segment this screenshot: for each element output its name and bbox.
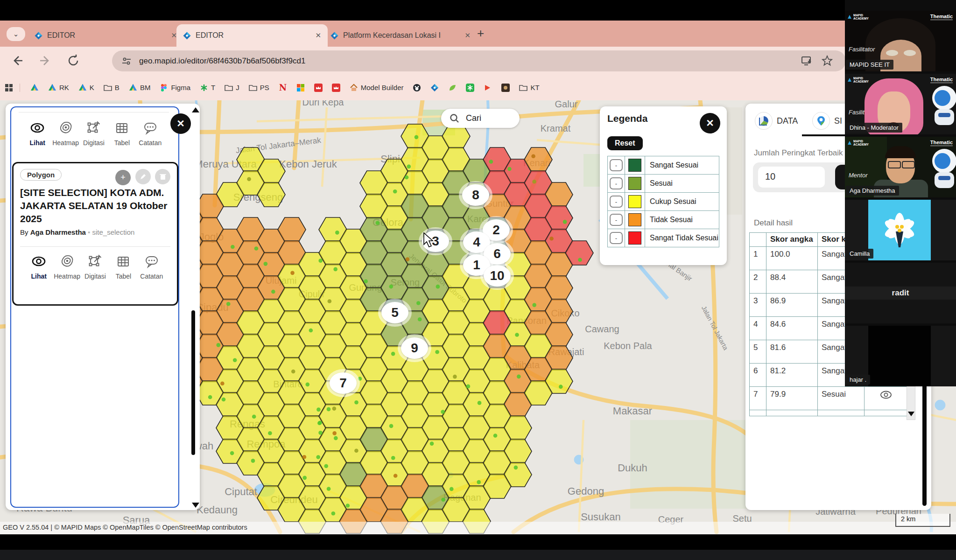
edit-button[interactable] xyxy=(135,169,151,184)
bookmark-label: B xyxy=(115,84,120,91)
tab-title: EDITOR xyxy=(196,31,224,40)
forward-icon[interactable] xyxy=(38,54,52,68)
tool-heatmap[interactable]: Heatmap xyxy=(53,253,81,280)
poi-dot xyxy=(489,160,493,164)
bookmark-github[interactable] xyxy=(413,84,421,92)
bookmark-dark-tile[interactable] xyxy=(501,84,510,92)
tab-editor-2[interactable]: EDITOR ✕ xyxy=(176,24,328,47)
bookmark-b[interactable]: B xyxy=(104,84,120,92)
scroll-down-arrow[interactable] xyxy=(192,503,199,508)
tool-catatan[interactable]: Catatan xyxy=(136,120,164,147)
bookmark-bm[interactable]: BM xyxy=(129,84,151,92)
tab-close-icon[interactable]: ✕ xyxy=(464,31,471,40)
tab-close-icon[interactable]: ✕ xyxy=(315,31,321,40)
video-call-strip: MAPIDACADEMYThematicFasilitatorMAPID SEE… xyxy=(845,0,956,386)
bookmark-model-builder[interactable]: Model Builder xyxy=(350,84,404,92)
bookmark-red-tile[interactable] xyxy=(314,84,323,92)
bookmark-star-icon[interactable] xyxy=(822,55,833,66)
tool-lihat[interactable]: Lihat xyxy=(23,120,51,147)
tool-catatan[interactable]: Catatan xyxy=(138,253,166,280)
rank-marker-7[interactable]: 7 xyxy=(330,372,357,394)
tool-lihat[interactable]: Lihat xyxy=(25,253,53,280)
layer-card-partial[interactable]: LihatHeatmapDigitasiTabelCatatan xyxy=(19,112,169,147)
legend-close-button[interactable]: ✕ xyxy=(700,113,720,133)
bookmark-netflix[interactable]: N xyxy=(279,84,287,92)
legend-label: Cukup Sesuai xyxy=(645,193,719,210)
tab-site-selection[interactable]: SI xyxy=(812,112,842,130)
bookmark-ms-tiles[interactable] xyxy=(296,84,305,92)
back-icon[interactable] xyxy=(10,54,24,68)
bookmark-green-badge[interactable] xyxy=(466,84,474,92)
bookmark-rk[interactable]: RK xyxy=(48,84,69,92)
table-header-cell xyxy=(750,233,766,247)
layer-card-selected[interactable]: Polygon + [SITE SELECTION] KOTA ADM. JAK… xyxy=(12,162,178,306)
tool-heatmap[interactable]: Heatmap xyxy=(51,120,79,147)
eye-icon[interactable] xyxy=(880,393,892,402)
rank-marker-8[interactable]: 8 xyxy=(462,184,489,206)
add-button[interactable]: + xyxy=(115,170,131,185)
rank-marker-10[interactable]: 10 xyxy=(484,265,511,287)
table-scroll-down-arrow[interactable] xyxy=(908,412,914,416)
left-scrollbar-thumb[interactable] xyxy=(191,310,195,455)
bookmark-leaf[interactable] xyxy=(448,84,457,92)
tool-digitasi[interactable]: Digitasi xyxy=(80,120,108,147)
video-tile-aga-dharmestha[interactable]: MAPIDACADEMYThematicMentorAga Dharmestha xyxy=(845,137,956,197)
mapid-logo-icon xyxy=(847,77,852,82)
map-search[interactable]: Cari xyxy=(441,109,520,128)
new-tab-button[interactable]: + xyxy=(477,26,484,41)
map-viewport[interactable]: Duri KepaGalurKramatKenariSlipiKebon Jer… xyxy=(0,100,956,534)
legend-toggle[interactable]: - xyxy=(610,177,623,189)
eye-icon xyxy=(29,120,45,137)
bookmark-red-tile[interactable] xyxy=(332,84,340,92)
video-tile-mapid-see-it[interactable]: MAPIDACADEMYThematicFasilitatorMAPID SEE… xyxy=(845,11,956,71)
video-tile-dhina-moderator[interactable]: MAPIDACADEMYThematicFasilitDhina - Moder… xyxy=(845,74,956,134)
panel-close-button[interactable]: ✕ xyxy=(170,113,191,134)
legend-toggle[interactable]: - xyxy=(610,232,623,244)
bookmark-figma[interactable]: Figma xyxy=(160,84,190,92)
mapid-logo-icon xyxy=(847,140,852,145)
brand-logo: MAPIDACADEMY xyxy=(847,140,869,146)
rank-marker-5[interactable]: 5 xyxy=(381,302,408,323)
legend-row: -Sangat Tidak Sesuai xyxy=(608,229,719,247)
scroll-up-arrow[interactable] xyxy=(192,107,199,112)
legend-row: -Sesuai xyxy=(608,175,719,193)
bookmark-drive[interactable] xyxy=(30,84,39,92)
legend-swatch-cell xyxy=(625,175,645,192)
rank-count-input[interactable]: 10 xyxy=(758,167,825,188)
bookmark-apps-grid[interactable] xyxy=(5,84,20,92)
tab-search-button[interactable]: ⌄ xyxy=(7,27,25,41)
tool-tabel[interactable]: Tabel xyxy=(109,253,137,280)
tool-digitasi[interactable]: Digitasi xyxy=(81,253,109,280)
tool-label: Heatmap xyxy=(52,139,79,147)
folder-icon xyxy=(249,84,257,92)
bookmark-red-arrow[interactable] xyxy=(484,84,492,92)
tool-tabel[interactable]: Tabel xyxy=(108,120,136,147)
bookmark-kt[interactable]: KT xyxy=(519,84,539,92)
participant-name: Aga Dharmestha xyxy=(846,186,899,196)
poi-dot xyxy=(376,221,380,225)
legend-toggle[interactable]: - xyxy=(610,159,623,171)
bookmark-mapid[interactable] xyxy=(430,84,439,92)
tab-editor-1[interactable]: EDITOR ✕ xyxy=(28,24,183,47)
tab-data[interactable]: DATA xyxy=(755,112,798,130)
bookmark-t[interactable]: T xyxy=(200,84,215,92)
bookmark-ps[interactable]: PS xyxy=(249,84,269,92)
delete-button[interactable] xyxy=(155,169,170,184)
bookmark-k[interactable]: K xyxy=(78,84,94,92)
address-bar[interactable]: geo.mapid.io/editor/68f4630b7b6af506bf3f… xyxy=(112,50,846,71)
reload-icon[interactable] xyxy=(66,54,80,68)
rank-marker-9[interactable]: 9 xyxy=(401,337,428,359)
video-tile-hajar-[interactable]: hajar . xyxy=(845,326,956,386)
site-info-icon[interactable] xyxy=(121,56,132,66)
legend-reset-button[interactable]: Reset xyxy=(607,136,643,150)
video-tile-radit[interactable]: radit xyxy=(845,263,956,323)
poi-dot xyxy=(305,383,309,387)
mapid-favicon xyxy=(330,32,338,40)
legend-toggle[interactable]: - xyxy=(610,214,623,226)
video-tile-camilla[interactable]: Camilla xyxy=(845,200,956,260)
legend-toggle[interactable]: - xyxy=(610,196,623,208)
bookmark-j[interactable]: J xyxy=(225,84,239,92)
participant-name: MAPID SEE IT xyxy=(846,60,893,70)
save-to-device-icon[interactable] xyxy=(801,56,813,67)
tab-platform[interactable]: Platform Kecerdasan Lokasi Ind ✕ xyxy=(324,24,477,47)
